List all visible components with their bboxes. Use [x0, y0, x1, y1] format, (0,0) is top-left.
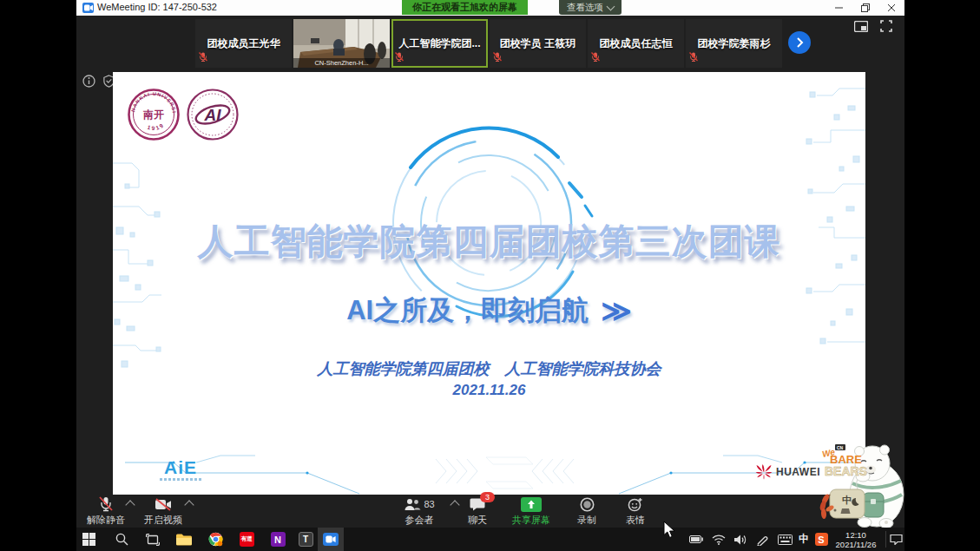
file-explorer-icon[interactable] — [172, 528, 196, 551]
participant-name: 团校学员 王筱玥 — [500, 36, 576, 51]
we-bare-bears-sticker: 中 CN We BARE BEARS — [804, 444, 906, 528]
record-label: 录制 — [559, 514, 615, 527]
participants-count: 83 — [424, 499, 434, 509]
search-icon[interactable] — [109, 528, 134, 551]
windows-taskbar: 有道 N T 中 S — [76, 528, 904, 551]
svg-text:中: 中 — [842, 495, 852, 505]
chat-button[interactable]: 聊天 3 — [450, 495, 505, 527]
taskbar-clock[interactable]: 12:10 2021/11/26 — [830, 530, 882, 549]
t-app-icon[interactable]: T — [293, 528, 318, 551]
aie-logo-text: AiE — [160, 459, 201, 476]
share-screen-icon — [503, 495, 559, 513]
participant-tile-active-speaker[interactable]: 人工智能学院团... — [391, 19, 488, 68]
view-options-label: 查看选项 — [567, 2, 603, 14]
video-options-caret[interactable] — [186, 502, 193, 508]
next-page-button[interactable] — [788, 31, 811, 54]
watching-banner: 你正在观看王旭欢的屏幕 — [402, 0, 528, 15]
participant-video-tile[interactable]: CN-ShenZhen-H... — [293, 19, 390, 68]
nankai-university-logo: NANKAI UNIVERSITY 1919 南开 — [127, 88, 181, 141]
svg-text:BEARS: BEARS — [825, 464, 867, 478]
participants-button[interactable]: 83 参会者 — [391, 495, 448, 527]
participants-label: 参会者 — [391, 514, 448, 527]
desktop: WeMeeting ID: 147-250-532 你正在观看王旭欢的屏幕 查看… — [0, 0, 980, 551]
close-button[interactable] — [878, 0, 904, 16]
start-video-label: 开启视频 — [135, 514, 191, 527]
wifi-icon[interactable] — [707, 528, 731, 551]
slide-date: 2021.11.26 — [113, 382, 865, 399]
mic-muted-icon — [199, 49, 207, 65]
aie-logo: AiE — [160, 459, 201, 481]
chat-label: 聊天 — [450, 514, 505, 527]
participant-tile[interactable]: 团校学员 王筱玥 — [490, 19, 586, 68]
ai-college-logo: AI — [186, 88, 240, 141]
mic-muted-icon — [395, 49, 404, 65]
share-screen-button[interactable]: 共享屏幕 — [503, 495, 559, 527]
taskbar-divider — [885, 531, 886, 548]
emoji-icon — [608, 495, 663, 513]
camera-off-icon — [135, 495, 191, 513]
wemeeting-taskbar-icon[interactable] — [318, 528, 344, 551]
watching-banner-text: 你正在观看王旭欢的屏幕 — [412, 1, 517, 14]
slide-organizations: 人工智能学院第四届团校 人工智能学院科技协会 — [113, 358, 865, 379]
mic-muted-icon — [493, 49, 502, 65]
shared-screen-slide: NANKAI UNIVERSITY 1919 南开 AI 人工智能学院第四届团校… — [113, 72, 865, 495]
participant-name: 团校学院姜雨杉 — [698, 36, 771, 51]
mouse-cursor — [663, 521, 675, 539]
emoji-label: 表情 — [608, 514, 663, 527]
chevron-right-icon — [796, 37, 804, 48]
huawei-flower-icon — [755, 464, 773, 480]
slide-subtitle-text: AI之所及，即刻启航 — [346, 295, 589, 325]
svg-text:AI: AI — [204, 106, 222, 124]
volume-icon[interactable] — [728, 528, 753, 551]
youdao-icon[interactable]: 有道 — [234, 528, 259, 551]
emoji-button[interactable]: 表情 — [608, 495, 663, 527]
pen-icon[interactable] — [750, 528, 774, 551]
svg-text:南开: 南开 — [142, 108, 164, 121]
record-button[interactable]: 录制 — [559, 495, 615, 527]
participants-icon — [404, 498, 421, 511]
view-options-button[interactable]: 查看选项 — [559, 0, 622, 15]
chevron-down-icon — [607, 2, 615, 10]
action-center-icon[interactable] — [887, 528, 904, 551]
meeting-info-icon[interactable] — [82, 75, 95, 91]
wemeeting-window: WeMeeting ID: 147-250-532 你正在观看王旭欢的屏幕 查看… — [76, 0, 904, 551]
onenote-icon[interactable]: N — [266, 528, 290, 551]
wemeeting-app-icon — [82, 3, 94, 13]
chrome-icon[interactable] — [203, 528, 227, 551]
participant-name: 团校成员王光华 — [207, 36, 280, 51]
participant-name: 团校成员任志恒 — [600, 36, 673, 51]
record-icon — [559, 495, 615, 513]
fullscreen-icon[interactable] — [880, 20, 892, 36]
participant-tile[interactable]: 团校成员王光华 — [195, 19, 292, 68]
clock-date: 2021/11/26 — [830, 540, 882, 549]
start-button[interactable] — [76, 528, 101, 551]
layout-view-icon[interactable] — [854, 20, 868, 36]
svg-text:CN: CN — [837, 445, 844, 450]
clock-time: 12:10 — [830, 530, 882, 540]
aie-logo-caption — [160, 478, 201, 481]
unmute-label: 解除静音 — [78, 514, 134, 527]
mic-options-caret[interactable] — [127, 502, 134, 508]
share-screen-label: 共享屏幕 — [503, 514, 559, 527]
unmute-button[interactable]: 解除静音 — [78, 495, 134, 527]
participant-tile[interactable]: 团校学院姜雨杉 — [686, 19, 782, 68]
minimize-button[interactable] — [826, 0, 852, 16]
chat-unread-badge: 3 — [480, 492, 495, 502]
participant-name: CN-ShenZhen-H... — [293, 58, 390, 68]
double-chevron-icon: ≫ — [601, 294, 632, 327]
mic-muted-icon — [689, 49, 698, 65]
participant-name: 人工智能学院团... — [398, 36, 480, 51]
maximize-button[interactable] — [852, 0, 878, 16]
slide-subtitle: AI之所及，即刻启航≫ — [113, 292, 865, 329]
battery-icon[interactable] — [684, 528, 708, 551]
participant-tile[interactable]: 团校成员任志恒 — [588, 19, 684, 68]
chat-icon — [450, 495, 505, 513]
start-video-button[interactable]: 开启视频 — [135, 495, 191, 527]
slide-title: 人工智能学院第四届团校第三次团课 — [113, 218, 865, 266]
tech-line-decoration — [113, 452, 865, 495]
mic-muted-icon — [591, 49, 600, 65]
task-view-icon[interactable] — [141, 528, 165, 551]
window-title: WeMeeting ID: 147-250-532 — [97, 2, 217, 12]
